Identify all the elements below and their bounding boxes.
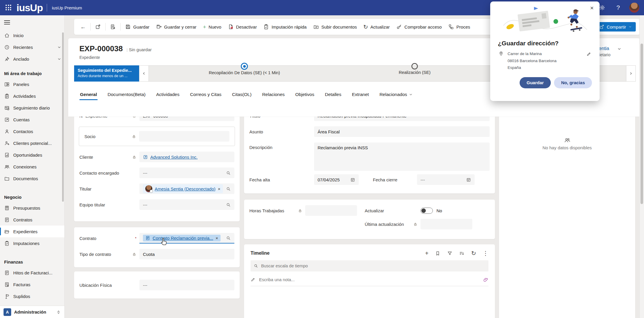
note-input[interactable] — [258, 277, 480, 282]
sidebar-item-suplidos[interactable]: Suplidos — [0, 290, 64, 302]
tipo-contrato-input[interactable]: Cuota — [139, 249, 234, 259]
ubicacion-input[interactable]: --- — [139, 280, 234, 290]
page-scrollbar[interactable] — [639, 15, 644, 318]
tab-relaciones[interactable]: Relaciones — [261, 88, 285, 102]
search-icon[interactable] — [226, 186, 231, 191]
sidebar-item-expedientes[interactable]: Expedientes — [0, 226, 64, 237]
sidebar-scrollbar-thumb[interactable] — [62, 32, 64, 202]
dialog-dismiss-button[interactable]: No, gracias — [554, 77, 592, 88]
share-button[interactable]: Compartir — [595, 22, 636, 32]
asunto-input[interactable]: Área Fiscal — [314, 126, 490, 137]
tab-relacionados[interactable]: Relacionados — [379, 88, 413, 102]
add-icon[interactable]: + — [425, 250, 429, 256]
bpf-prev-button[interactable] — [139, 65, 149, 82]
sidebar-item-contactos[interactable]: Contactos — [0, 125, 64, 137]
attachment-icon[interactable] — [483, 277, 488, 282]
chevron-down-icon[interactable] — [617, 47, 622, 51]
calendar-icon[interactable] — [466, 177, 471, 182]
hamburger-menu-icon[interactable] — [0, 15, 64, 29]
filter-icon[interactable] — [447, 251, 453, 256]
refresh-icon[interactable]: ↻ — [471, 250, 476, 256]
socio-input[interactable] — [139, 131, 229, 142]
contrato-chip[interactable]: Contrato Reclamación previa... × — [143, 235, 221, 241]
page-scrollbar-thumb[interactable] — [640, 44, 643, 204]
back-button[interactable]: ← — [77, 22, 89, 32]
new-form-button[interactable] — [107, 21, 119, 32]
tab-correos-y-citas[interactable]: Correos y Citas — [189, 88, 222, 102]
titular-chip[interactable]: Amesia Sentia (Desconectado) × — [143, 184, 223, 193]
tab-extranet[interactable]: Extranet — [351, 88, 370, 102]
more-icon[interactable]: ⋮ — [483, 250, 488, 256]
edit-address-button[interactable] — [585, 50, 593, 57]
tab-documentos-beta[interactable]: Documentos(Beta) — [107, 88, 146, 102]
refresh-button[interactable]: ↻Actualizar — [360, 22, 393, 32]
sidebar-item-imputaciones[interactable]: Imputaciones — [0, 237, 64, 249]
timeline-search-input[interactable] — [261, 263, 485, 269]
contacto-encargado-lookup[interactable]: --- — [139, 168, 234, 178]
bpf-next-button[interactable] — [626, 65, 636, 82]
tab-general[interactable]: General — [79, 88, 98, 102]
search-icon[interactable] — [226, 202, 231, 207]
sidebar-item-facturas[interactable]: Facturas — [0, 279, 64, 290]
close-icon[interactable]: × — [588, 4, 595, 11]
new-record-button[interactable]: +Nuevo — [200, 22, 224, 32]
sidebar-item-paneles[interactable]: Paneles — [0, 78, 64, 90]
sidebar-item-seguimiento-diario[interactable]: Seguimiento diario — [0, 102, 64, 114]
save-and-close-button[interactable]: Guardar y cerrar — [153, 21, 200, 32]
chevron-down-icon[interactable] — [57, 45, 61, 49]
sidebar-item-documentos[interactable]: Documentos — [0, 173, 64, 184]
search-icon[interactable] — [226, 170, 231, 175]
remove-icon[interactable]: × — [218, 186, 221, 191]
sidebar-item-actividades[interactable]: Actividades — [0, 90, 64, 102]
app-logo[interactable]: iusUp — [16, 3, 43, 13]
contrato-lookup[interactable]: Contrato Reclamación previa... × — [139, 233, 234, 244]
sidebar-item-presupuestos[interactable]: Presupuestos — [0, 202, 64, 214]
ultima-actualizacion-input[interactable] — [421, 219, 472, 229]
sidebar-item-contratos[interactable]: Contratos — [0, 214, 64, 226]
open-in-new-window-button[interactable] — [92, 21, 104, 32]
timeline-search[interactable] — [251, 260, 488, 271]
sidebar-item-oportunidades[interactable]: Oportunidades — [0, 149, 64, 161]
calendar-icon[interactable] — [350, 177, 355, 182]
tab-detalles[interactable]: Detalles — [324, 88, 342, 102]
search-icon[interactable] — [226, 236, 231, 241]
tab-actividades[interactable]: Actividades — [156, 88, 180, 102]
sidebar-item-inicio[interactable]: Inicio — [0, 29, 64, 41]
process-button[interactable]: Proces — [445, 21, 473, 32]
area-switcher[interactable]: A Administración — [0, 306, 64, 318]
titular-lookup[interactable]: Amesia Sentia (Desconectado) × — [139, 183, 234, 194]
tab-citas-ol[interactable]: Citas(OL) — [231, 88, 252, 102]
timeline-note-row[interactable] — [251, 273, 488, 286]
sidebar-item-recientes[interactable]: Recientes — [0, 41, 64, 53]
chevron-down-icon[interactable] — [57, 57, 61, 61]
upload-documents-button[interactable]: Subir documentos — [310, 21, 360, 32]
waffle-menu-icon[interactable] — [5, 4, 12, 11]
sidebar-item-conexiones[interactable]: Conexiones — [0, 161, 64, 173]
user-avatar[interactable] — [629, 3, 639, 13]
dialog-save-button[interactable]: Guardar — [520, 77, 551, 88]
fecha-cierre-input[interactable]: --- — [417, 174, 475, 185]
tab-objetivos[interactable]: Objetivos — [295, 88, 315, 102]
bpf-stage-realizacion[interactable]: Realización (SE) — [399, 63, 431, 75]
bookmark-icon[interactable] — [435, 251, 441, 256]
deactivate-button[interactable]: Desactivar — [225, 21, 260, 32]
sidebar-item-hitos-facturacion[interactable]: Hitos de Facturaci... — [0, 267, 64, 279]
sidebar-item-cuentas[interactable]: Cuentas — [0, 114, 64, 125]
fecha-alta-input[interactable]: 07/04/2025 — [314, 174, 359, 185]
help-button[interactable]: ? — [615, 4, 622, 11]
save-button[interactable]: Guardar — [122, 21, 153, 32]
descripcion-textarea[interactable]: Reclamación previa INSS — [314, 143, 490, 171]
cliente-link[interactable]: Advanced Solutions Inc. — [150, 155, 198, 160]
sidebar-item-anclado[interactable]: Anclado — [0, 53, 64, 65]
bpf-process-box[interactable]: Seguimiento del Expedie... Activo durant… — [74, 65, 139, 82]
sort-icon[interactable] — [459, 251, 465, 256]
quick-imputation-button[interactable]: Imputación rápida — [260, 21, 310, 32]
cliente-lookup[interactable]: Advanced Solutions Inc. — [139, 152, 234, 162]
horas-trabajadas-input[interactable] — [305, 205, 357, 216]
equipo-titular-lookup[interactable]: --- — [139, 199, 234, 210]
check-access-button[interactable]: Comprobar acceso — [393, 21, 445, 32]
actualizar-toggle[interactable] — [421, 208, 433, 214]
bpf-stage-recopilacion[interactable]: Recopilación De Datos (SE) (< 1 Min) — [209, 63, 280, 75]
sidebar-item-clientes-potenciales[interactable]: Clientes potencial... — [0, 137, 64, 149]
remove-icon[interactable]: × — [216, 236, 218, 241]
